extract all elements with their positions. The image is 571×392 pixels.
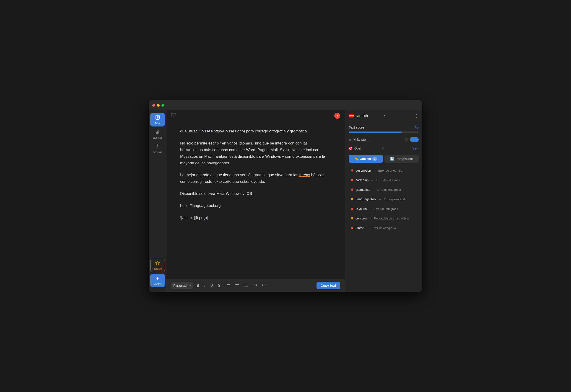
picky-mode-toggle[interactable] (410, 137, 419, 142)
score-label: Text score (349, 125, 364, 129)
titlebar (149, 100, 422, 110)
notification-badge: 7 (334, 113, 340, 119)
premium-label: Premium (153, 267, 163, 270)
error-item-3[interactable]: Language Tool – Error gramatical (349, 195, 419, 204)
editor-format-bar: Paragraph ▾ B I U S 1. 2. (167, 279, 345, 292)
svg-rect-9 (171, 113, 173, 117)
goal-icon: 🎯 (349, 147, 353, 150)
error-item-1[interactable]: correción – Error de ortografía (349, 175, 419, 185)
error-type-1: Error de ortografía (376, 179, 400, 182)
statistics-label: Statistics (153, 136, 163, 139)
score-value: 76 (414, 125, 419, 130)
editor-area: 7 que utiliza Ulysses(http://ulysses.app… (167, 110, 345, 292)
error-word-5: con con (356, 217, 367, 220)
error-item-6[interactable]: taréas – Error de ortografía (349, 223, 419, 232)
error-item-5[interactable]: con con – Repetición de una palabra (349, 214, 419, 223)
premium-icon (155, 261, 160, 266)
error-type-3: Error gramatical (384, 197, 404, 201)
picky-mode-icon: ∞ (349, 138, 351, 141)
unordered-list-button[interactable] (233, 282, 241, 289)
undo-button[interactable] (251, 282, 259, 289)
sidebar-item-settings[interactable]: Settings (150, 142, 165, 155)
copy-text-button[interactable]: Copy text (316, 282, 340, 289)
score-section: Text score 76 (349, 125, 419, 133)
strikethrough-button[interactable]: S (216, 282, 222, 289)
paragraph-3: Lo mejor de todo es que tiene una versió… (180, 172, 331, 185)
language-name: Spanish (356, 114, 382, 118)
error-type-5: Repetición de una palabra (374, 217, 409, 220)
paragraph-chevron-icon: ▾ (189, 284, 191, 287)
paragraph-select[interactable]: Paragraph ▾ (171, 282, 193, 289)
svg-rect-6 (158, 130, 159, 134)
texts-label: Texts (155, 122, 160, 125)
goal-row: 🎯 Goal ⓘ Set › (349, 145, 419, 151)
error-type-6: Error de ortografía (372, 226, 396, 230)
bold-button[interactable]: B (195, 282, 201, 289)
paragraph-4: Disponible solo para Mac, Windows y iOS (180, 191, 331, 197)
ordered-list-button[interactable]: 1. 2. (224, 282, 231, 289)
paraphrase-tab-icon: 🔄 (390, 157, 394, 161)
paragraph-1: que utiliza Ulysses(http://ulysses.app) … (180, 128, 331, 135)
goal-info-icon: ⓘ (381, 146, 384, 150)
editor-toolbar-top: 7 (167, 110, 345, 121)
settings-icon (155, 144, 160, 150)
paragraph-6: ![alt text](lt.png) (180, 215, 331, 221)
goal-set-button[interactable]: Set › (412, 147, 419, 150)
action-tabs: ✏️ Correct 7 🔄 Paraphrase (349, 155, 419, 163)
align-button[interactable] (242, 282, 250, 289)
maximize-button[interactable] (161, 104, 164, 107)
svg-rect-5 (157, 131, 158, 134)
picky-mode-info-icon: ⓘ (405, 138, 408, 142)
close-button[interactable] (152, 104, 155, 107)
app-window: Texts Statistics (149, 100, 422, 292)
right-panel: Spanish ▾ ⋮ Text score 76 (345, 110, 422, 292)
error-dot-5 (351, 217, 353, 220)
error-word-6: taréas (356, 226, 364, 230)
svg-point-15 (235, 284, 236, 285)
traffic-lights (152, 104, 164, 107)
statistics-icon (155, 129, 160, 135)
sidebar: Texts Statistics (149, 110, 167, 292)
underline-button[interactable]: U (208, 282, 215, 289)
error-word-3: Language Tool (356, 197, 376, 201)
error-dot-6 (351, 227, 353, 229)
paragraph-2: No solo permite escribir en varios idiom… (180, 140, 331, 167)
new-text-button[interactable]: + New text (150, 274, 165, 287)
error-item-2[interactable]: gramatica – Error de ortografía (349, 185, 419, 194)
error-word-2: gramatica (356, 188, 370, 191)
svg-rect-4 (156, 132, 157, 134)
goal-label: Goal (354, 147, 379, 150)
more-options-icon[interactable]: ⋮ (414, 113, 419, 118)
error-item-4[interactable]: Ulysses – Error de ortografía (349, 204, 419, 213)
sidebar-item-texts[interactable]: Texts (150, 113, 165, 126)
error-dot-4 (351, 208, 353, 210)
new-text-icon: + (156, 276, 159, 282)
app-body: Texts Statistics (149, 110, 422, 292)
texts-icon (155, 115, 160, 121)
panel-body: Text score 76 ∞ Picky Mode ⓘ 🎯 (345, 121, 422, 292)
error-word-0: description (356, 169, 371, 172)
error-item-0[interactable]: description – Error de ortografía (349, 166, 419, 175)
correct-tab[interactable]: ✏️ Correct 7 (349, 155, 383, 163)
sidebar-item-statistics[interactable]: Statistics (150, 127, 165, 141)
error-word-4: Ulysses (356, 207, 367, 210)
layout-icon[interactable] (171, 113, 176, 118)
paraphrase-tab[interactable]: 🔄 Paraphrase (385, 155, 419, 163)
minimize-button[interactable] (157, 104, 160, 107)
redo-button[interactable] (260, 282, 268, 289)
paragraph-5: https://languagetool.org (180, 203, 331, 209)
picky-mode-row: ∞ Picky Mode ⓘ (349, 136, 419, 143)
correct-tab-icon: ✏️ (355, 157, 358, 161)
svg-point-7 (157, 145, 158, 147)
error-dot-2 (351, 188, 353, 191)
svg-point-16 (235, 286, 236, 286)
editor-content[interactable]: que utiliza Ulysses(http://ulysses.app) … (167, 121, 345, 279)
premium-button[interactable]: Premium (150, 259, 165, 272)
language-flag (349, 114, 354, 118)
language-chevron-icon[interactable]: ▾ (384, 114, 385, 117)
settings-label: Settings (153, 151, 162, 153)
error-type-4: Error de ortografía (374, 207, 398, 210)
svg-marker-8 (156, 261, 160, 265)
italic-button[interactable]: I (202, 282, 207, 289)
goal-chevron-icon: › (417, 147, 419, 150)
